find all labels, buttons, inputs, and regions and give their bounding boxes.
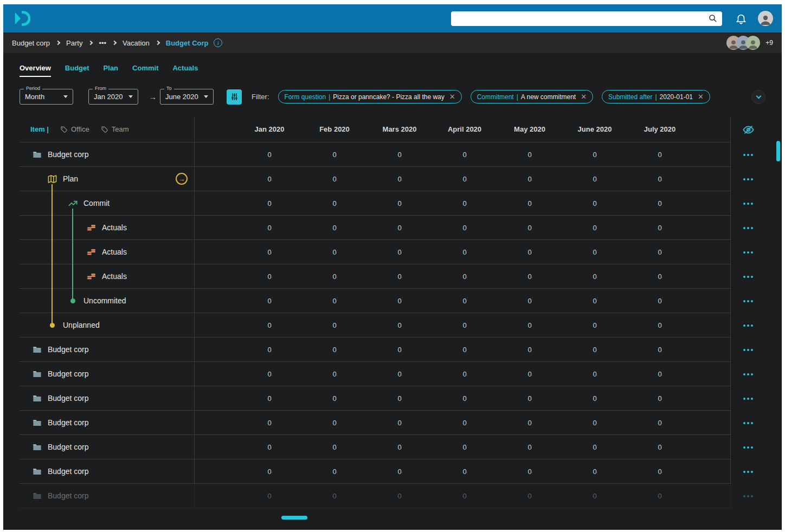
filter-settings-button[interactable] (227, 89, 242, 105)
tab-overview[interactable]: Overview (20, 64, 51, 77)
value-cell: 0 (432, 492, 497, 500)
filter-chip[interactable]: Form question | Pizza or panncake? - Piz… (278, 90, 462, 103)
row-menu-button[interactable] (730, 362, 765, 386)
tab-budget[interactable]: Budget (65, 64, 89, 77)
filter-chip[interactable]: Submitted after | 2020-01-01 ✕ (602, 90, 710, 103)
value-cell: 0 (367, 297, 432, 305)
breadcrumb-overflow[interactable]: ••• (99, 39, 106, 47)
table-row[interactable]: Budget corp 0000000 (20, 484, 765, 508)
row-menu-button[interactable] (730, 435, 765, 459)
filter-chips: Form question | Pizza or panncake? - Piz… (278, 90, 710, 103)
row-item-cell[interactable]: Budget corp (20, 338, 195, 362)
collaborator-avatar[interactable] (746, 36, 760, 50)
row-menu-button[interactable] (730, 289, 765, 313)
expand-filters-button[interactable] (751, 90, 765, 104)
row-item-cell[interactable]: Budget corp (20, 435, 195, 459)
table-row[interactable]: Actuals 0000000 (20, 264, 765, 289)
row-item-cell[interactable]: Budget corp (20, 386, 195, 411)
table-row[interactable]: Uncommited 0000000 (20, 289, 765, 313)
row-menu-button[interactable] (730, 411, 765, 435)
item-header-label[interactable]: Item | (30, 125, 49, 133)
table-row[interactable]: Budget corp 0000000 (20, 411, 765, 435)
value-cell: 0 (237, 224, 302, 232)
month-header: July 2020 (627, 125, 692, 133)
chip-separator: | (517, 93, 518, 101)
value-cell: 0 (562, 273, 627, 281)
breadcrumb: Budget corp Party ••• Vacation Budget Co… (3, 33, 782, 53)
row-item-cell[interactable]: Plan → (20, 167, 195, 191)
row-item-cell[interactable]: Actuals (20, 240, 195, 264)
row-menu-button[interactable] (730, 191, 765, 216)
table-row[interactable]: Actuals 0000000 (20, 216, 765, 240)
chip-close-icon[interactable]: ✕ (449, 93, 455, 101)
table-row[interactable]: Unplanned 0000000 (20, 313, 765, 338)
chip-close-icon[interactable]: ✕ (581, 93, 587, 101)
row-item-cell[interactable]: Budget corp (20, 411, 195, 435)
office-column-header[interactable]: Office (60, 125, 89, 133)
table-row[interactable]: Plan → 0000000 (20, 167, 765, 191)
search-icon[interactable] (708, 14, 718, 23)
folder-icon (31, 442, 42, 452)
period-select[interactable]: Period Month (20, 89, 73, 105)
row-item-cell[interactable]: Budget corp (20, 484, 195, 508)
row-label: Commit (83, 199, 110, 207)
row-item-cell[interactable]: Actuals (20, 264, 195, 289)
breadcrumb-item-current[interactable]: Budget Corp (166, 39, 209, 47)
value-cell: 0 (627, 346, 692, 354)
table-row[interactable]: Budget corp 0000000 (20, 435, 765, 459)
collaborators-overflow-count[interactable]: +9 (765, 39, 773, 47)
row-menu-button[interactable] (730, 313, 765, 338)
value-cell: 0 (627, 394, 692, 403)
info-icon[interactable]: i (214, 38, 222, 47)
row-menu-button[interactable] (730, 459, 765, 484)
row-menu-button[interactable] (730, 142, 765, 167)
user-avatar[interactable] (758, 11, 773, 26)
table-row[interactable]: Actuals 0000000 (20, 240, 765, 264)
team-column-header[interactable]: Team (100, 125, 129, 133)
row-menu-button[interactable] (730, 167, 765, 191)
row-menu-button[interactable] (730, 484, 765, 508)
row-item-cell[interactable]: Unplanned (20, 313, 195, 338)
notifications-bell-icon[interactable] (735, 12, 747, 24)
row-menu-button[interactable] (730, 240, 765, 264)
table-row[interactable]: Commit 0000000 (20, 191, 765, 216)
row-item-cell[interactable]: Actuals (20, 216, 195, 240)
tab-commit[interactable]: Commit (132, 64, 158, 77)
row-item-cell[interactable]: Commit (20, 191, 195, 216)
value-cell: 0 (627, 492, 692, 500)
breadcrumb-item[interactable]: Budget corp (12, 39, 50, 47)
row-item-cell[interactable]: Budget corp (20, 142, 195, 167)
tab-plan[interactable]: Plan (104, 64, 118, 77)
horizontal-scrollbar[interactable] (281, 516, 307, 520)
value-cell: 0 (562, 175, 627, 183)
table-row[interactable]: Budget corp 0000000 (20, 459, 765, 484)
breadcrumb-item[interactable]: Party (66, 39, 82, 47)
breadcrumb-item[interactable]: Vacation (123, 39, 150, 47)
table-row[interactable]: Budget corp 0000000 (20, 338, 765, 362)
table-row[interactable]: Budget corp 0000000 (20, 386, 765, 411)
filter-chip[interactable]: Commitment | A new commitment ✕ (471, 90, 593, 103)
row-item-cell[interactable]: Uncommited (20, 289, 195, 313)
chip-close-icon[interactable]: ✕ (698, 93, 704, 101)
eye-off-icon[interactable] (743, 124, 754, 135)
to-select-value: June 2020 (165, 93, 198, 101)
table-row[interactable]: Budget corp 0000000 (20, 362, 765, 386)
row-menu-button[interactable] (730, 338, 765, 362)
row-item-cell[interactable]: Budget corp (20, 362, 195, 386)
app-logo-icon[interactable] (12, 9, 30, 28)
to-date-select[interactable]: To June 2020 (160, 89, 214, 105)
open-plan-arrow-button[interactable]: → (176, 173, 188, 185)
vertical-scrollbar[interactable] (776, 141, 780, 161)
row-item-cell[interactable]: Budget corp (20, 459, 195, 484)
row-menu-button[interactable] (730, 216, 765, 240)
table-row[interactable]: Budget corp 0000000 (20, 142, 765, 167)
search-box[interactable] (451, 11, 722, 26)
from-date-select[interactable]: From Jan 2020 (88, 89, 138, 105)
chip-value: Pizza or panncake? - Pizza all the way (333, 93, 444, 101)
row-month-values: 0000000 (195, 386, 730, 411)
tab-actuals[interactable]: Actuals (172, 64, 198, 77)
value-cell: 0 (367, 443, 432, 451)
row-menu-button[interactable] (730, 264, 765, 289)
row-menu-button[interactable] (730, 386, 765, 411)
search-input[interactable] (455, 15, 708, 23)
